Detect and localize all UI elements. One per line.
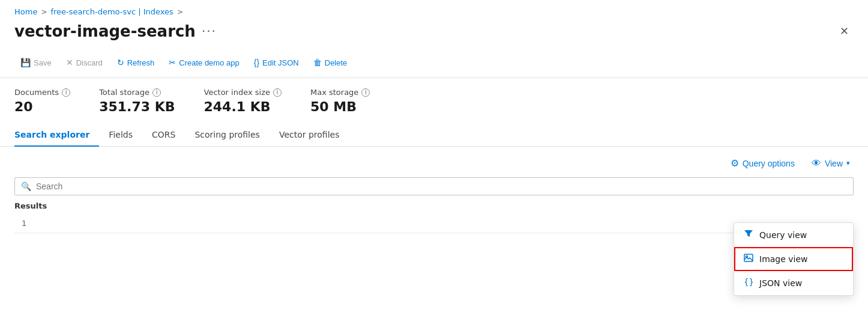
close-button[interactable]: ✕ [835, 23, 854, 39]
dropdown-query-view[interactable]: Query view [734, 223, 853, 247]
delete-button[interactable]: 🗑 Delete [307, 55, 354, 70]
discard-label: Discard [76, 58, 103, 67]
dropdown-image-view-label: Image view [759, 254, 808, 264]
search-input-wrap: 🔍 [14, 177, 854, 195]
stat-vector-index-label: Vector index size [204, 88, 270, 97]
dropdown-json-view-label: JSON view [759, 278, 802, 288]
image-icon [744, 253, 753, 265]
action-bar: ⚙ Query options 👁 View ▾ [0, 147, 868, 177]
create-demo-icon: ✂ [169, 58, 176, 67]
stat-total-storage-label: Total storage [99, 88, 149, 97]
refresh-icon: ↻ [117, 58, 124, 67]
results-table: 1 [14, 214, 854, 233]
stat-documents-label: Documents [14, 88, 59, 97]
delete-label: Delete [325, 58, 348, 67]
table-row: 1 [14, 214, 854, 233]
stat-vector-index-value: 244.1 KB [204, 99, 282, 114]
stat-documents-value: 20 [14, 99, 70, 114]
stat-total-storage-info-icon[interactable]: i [152, 88, 161, 97]
dropdown-json-view[interactable]: {} JSON view [734, 271, 853, 295]
stat-vector-index-info-icon[interactable]: i [273, 88, 282, 97]
stat-max-storage-label: Max storage [310, 88, 358, 97]
create-demo-button[interactable]: ✂ Create demo app [163, 55, 245, 70]
edit-json-icon: {} [254, 58, 259, 67]
stat-total-storage: Total storage i 351.73 KB [99, 88, 175, 114]
view-icon: 👁 [812, 158, 821, 169]
breadcrumb-service[interactable]: free-search-demo-svc | Indexes [50, 7, 173, 16]
stat-max-storage-info-icon[interactable]: i [361, 88, 370, 97]
stats-row: Documents i 20 Total storage i 351.73 KB… [0, 78, 868, 119]
stat-max-storage-value: 50 MB [310, 99, 370, 114]
toolbar: 💾 Save ✕ Discard ↻ Refresh ✂ Create demo… [0, 50, 868, 78]
breadcrumb-home[interactable]: Home [14, 7, 37, 16]
save-button[interactable]: 💾 Save [14, 55, 58, 70]
braces-icon: {} [744, 277, 753, 289]
chevron-down-icon: ▾ [846, 159, 850, 167]
stat-vector-index: Vector index size i 244.1 KB [204, 88, 282, 114]
discard-icon: ✕ [66, 58, 73, 67]
discard-button[interactable]: ✕ Discard [60, 55, 109, 70]
funnel-icon [744, 229, 753, 241]
stat-total-storage-value: 351.73 KB [99, 99, 175, 114]
save-label: Save [34, 58, 52, 67]
more-options-button[interactable]: ··· [202, 24, 217, 38]
tab-fields[interactable]: Fields [99, 124, 142, 147]
page-container: Home > free-search-demo-svc | Indexes > … [0, 0, 868, 336]
refresh-button[interactable]: ↻ Refresh [111, 55, 161, 70]
edit-json-label: Edit JSON [262, 58, 299, 67]
search-bar-row: 🔍 [0, 177, 868, 201]
stat-documents: Documents i 20 [14, 88, 70, 114]
search-input[interactable] [36, 182, 847, 191]
results-label: Results [14, 201, 854, 210]
view-dropdown-panel: Query view Image view {} JSON view [734, 222, 854, 296]
query-options-icon: ⚙ [731, 157, 739, 169]
stat-documents-info-icon[interactable]: i [62, 88, 70, 97]
tab-search-explorer[interactable]: Search explorer [14, 124, 99, 147]
tab-cors[interactable]: CORS [142, 124, 185, 147]
breadcrumb: Home > free-search-demo-svc | Indexes > [0, 0, 868, 20]
query-options-button[interactable]: ⚙ Query options [727, 155, 798, 171]
view-label: View [825, 159, 843, 168]
svg-text:{}: {} [744, 277, 753, 287]
title-left: vector-image-search ··· [14, 22, 217, 40]
tab-vector-profiles[interactable]: Vector profiles [270, 124, 349, 147]
tabs-row: Search explorer Fields CORS Scoring prof… [0, 119, 868, 147]
dropdown-image-view[interactable]: Image view [734, 247, 853, 271]
view-button[interactable]: 👁 View ▾ [808, 156, 854, 171]
tab-scoring-profiles[interactable]: Scoring profiles [185, 124, 270, 147]
edit-json-button[interactable]: {} Edit JSON [248, 55, 305, 70]
search-icon: 🔍 [21, 182, 31, 191]
query-options-label: Query options [743, 159, 795, 168]
dropdown-query-view-label: Query view [759, 230, 807, 240]
create-demo-label: Create demo app [179, 58, 239, 67]
breadcrumb-sep-1: > [41, 8, 47, 16]
breadcrumb-sep-2: > [177, 8, 183, 16]
row-number: 1 [14, 214, 50, 233]
stat-max-storage: Max storage i 50 MB [310, 88, 370, 114]
title-row: vector-image-search ··· ✕ [0, 20, 868, 50]
page-title: vector-image-search [14, 22, 196, 40]
save-icon: 💾 [20, 58, 31, 67]
refresh-label: Refresh [127, 58, 155, 67]
delete-icon: 🗑 [313, 58, 322, 67]
